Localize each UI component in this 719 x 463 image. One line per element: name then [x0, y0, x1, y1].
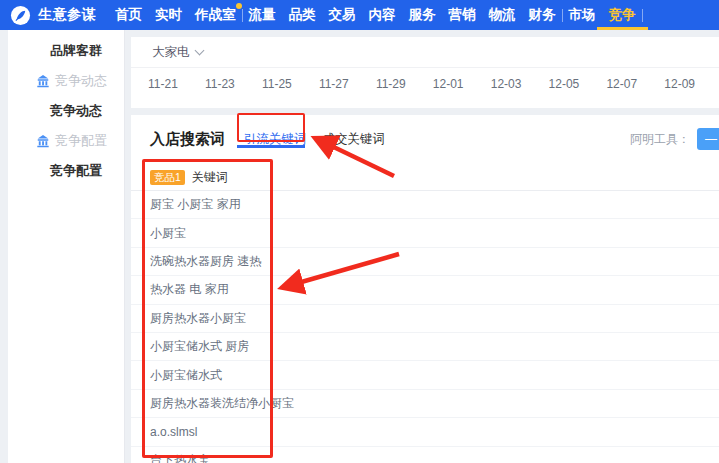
axis-date-label: 12-03: [491, 77, 522, 91]
brand[interactable]: 生意参谋: [0, 5, 115, 26]
nav-item[interactable]: 交易: [329, 0, 356, 30]
sidebar-item[interactable]: 竞争配置: [8, 126, 124, 156]
tool-button[interactable]: —: [697, 128, 719, 150]
nav-item[interactable]: 竞争: [609, 0, 636, 30]
tool-area: 阿明工具： —: [630, 128, 719, 150]
chart-x-axis: 11-21 11-23 11-25 11-27 11-29 12-01 12-0…: [131, 68, 719, 91]
nav-item[interactable]: 服务: [409, 0, 436, 30]
competitor-badge: 竞品1: [150, 170, 185, 185]
building-icon: [36, 134, 50, 148]
category-dropdown[interactable]: 大家电: [131, 37, 719, 68]
trend-card: 大家电 11-21 11-23 11-25 11-27 11-29 12-01 …: [131, 37, 719, 108]
keyword-row[interactable]: a.o.slmsl: [131, 418, 719, 446]
nav-item[interactable]: 流量: [249, 0, 276, 30]
brand-name: 生意参谋: [38, 6, 96, 24]
sidebar-item[interactable]: 竞争配置: [8, 156, 124, 186]
nav-group-modules: 流量 品类 交易 内容 服务 营销: [249, 0, 556, 30]
nav-item[interactable]: 物流: [489, 0, 516, 30]
building-icon: [36, 74, 50, 88]
chevron-down-icon: [194, 45, 204, 55]
nav-group-market: 市场 竞争: [569, 0, 636, 30]
nav-group-primary: 首页 实时 作战室: [115, 0, 236, 30]
nav-item[interactable]: 市场: [569, 0, 596, 30]
tool-label: 阿明工具：: [630, 131, 690, 148]
keyword-row[interactable]: 小厨宝: [131, 219, 719, 247]
logo-icon: [10, 5, 31, 26]
keyword-table-header: 竞品1 关键词: [131, 165, 719, 191]
nav-item[interactable]: 品类: [289, 0, 316, 30]
nav-item[interactable]: 财务: [529, 0, 556, 30]
axis-date-label: 12-05: [549, 77, 580, 91]
axis-date-label: 11-29: [376, 77, 406, 91]
section-title: 入店搜索词: [150, 130, 225, 149]
nav-divider: [562, 9, 563, 22]
keyword-row[interactable]: 厨房热水器装洗结净小厨宝: [131, 390, 719, 418]
keyword-row[interactable]: 小厨宝储水式 厨房: [131, 333, 719, 361]
keywords-card: 入店搜索词 引流关键词 成交关键词 阿明工具： — 竞品1 关键词 厨宝 小厨宝…: [131, 115, 719, 463]
keyword-row[interactable]: 台下热水宝: [131, 447, 719, 463]
nav-item[interactable]: 首页: [115, 0, 142, 30]
keyword-tab[interactable]: 成交关键词: [323, 131, 386, 148]
section-header: 入店搜索词 引流关键词 成交关键词 阿明工具： —: [131, 115, 719, 150]
sidebar-item[interactable]: 品牌客群: [8, 36, 124, 66]
nav-item[interactable]: 营销: [449, 0, 476, 30]
axis-date-label: 12-09: [664, 77, 695, 91]
active-tab-underline: [237, 145, 305, 148]
keyword-row[interactable]: 厨宝 小厨宝 家用: [131, 191, 719, 219]
axis-date-label: 12-07: [606, 77, 637, 91]
keyword-row[interactable]: 洗碗热水器厨房 速热: [131, 248, 719, 276]
nav-divider: [242, 9, 243, 22]
category-label: 大家电: [152, 44, 190, 61]
notification-dot: [236, 3, 242, 9]
keyword-row[interactable]: 厨房热水器小厨宝: [131, 305, 719, 333]
sidebar-item[interactable]: 竞争动态: [8, 96, 124, 126]
sidebar: 品牌客群 竞争动态 竞争动态: [8, 30, 125, 463]
keyword-row[interactable]: 小厨宝储水式: [131, 361, 719, 389]
nav-divider: [642, 9, 643, 22]
axis-date-label: 11-21: [148, 77, 178, 91]
keyword-rows: 厨宝 小厨宝 家用 小厨宝 洗碗热水器厨房 速热 热水器 电 家用 厨房热水器小…: [131, 191, 719, 463]
keyword-table: 竞品1 关键词 厨宝 小厨宝 家用 小厨宝 洗碗热水器厨房 速热 热水器 电 家…: [131, 165, 719, 463]
keyword-column-header: 关键词: [192, 169, 228, 186]
app-root: { "nav": { "brand": "生意参谋", "group1": [ …: [0, 0, 719, 463]
nav-item[interactable]: 作战室: [195, 0, 236, 30]
sidebar-item[interactable]: 竞争动态: [8, 66, 124, 96]
axis-date-label: 11-27: [319, 77, 349, 91]
axis-date-label: 12-01: [433, 77, 464, 91]
top-nav: 生意参谋 首页 实时 作战室 流量: [0, 0, 719, 30]
nav-item[interactable]: 实时: [155, 0, 182, 30]
axis-date-label: 11-23: [205, 77, 235, 91]
axis-date-label: 11-25: [262, 77, 292, 91]
keyword-row[interactable]: 热水器 电 家用: [131, 276, 719, 304]
nav-item[interactable]: 内容: [369, 0, 396, 30]
